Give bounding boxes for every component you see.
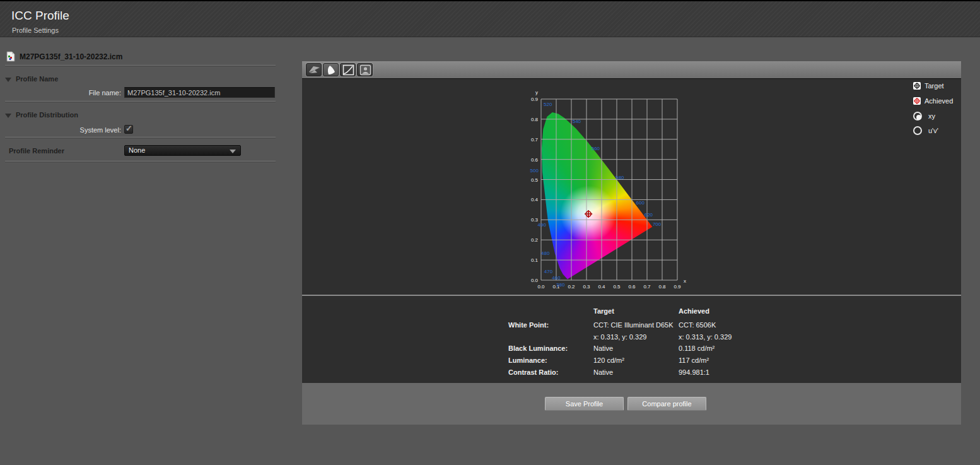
y-tick-label: 0.9 — [531, 97, 539, 102]
achieved-marker-icon — [913, 97, 921, 105]
x-tick-label: 0.7 — [643, 284, 651, 290]
y-tick-label: 0.6 — [531, 157, 539, 163]
calibration-results-table: TargetAchievedWhite Point:CCT: CIE Illum… — [302, 296, 961, 383]
x-tick-label: 0.3 — [583, 284, 590, 290]
section-title: Profile Distribution — [16, 111, 78, 119]
radio-xy-label: xy — [928, 112, 935, 120]
file-name-input[interactable] — [124, 87, 275, 98]
table-header-cell: Target — [593, 307, 614, 315]
dropdown-selected-value: None — [129, 146, 145, 154]
page-title: ICC Profile — [11, 9, 69, 23]
x-tick-label: 0.6 — [628, 284, 636, 290]
action-button-bar: Save Profile Compare profile — [302, 383, 961, 425]
separator — [5, 65, 276, 66]
x-axis-title: x — [684, 278, 686, 284]
system-level-checkbox[interactable]: ✓ — [124, 125, 133, 134]
wavelength-label-380: 380 — [556, 282, 565, 288]
table-cell: Luminance: — [508, 356, 547, 364]
chromaticity-chart: 0.00.10.20.30.40.50.60.70.80.90.00.10.20… — [302, 78, 961, 295]
radio-dot — [916, 115, 921, 120]
save-profile-button[interactable]: Save Profile — [545, 397, 624, 411]
table-cell: 0.118 cd/m² — [679, 344, 715, 352]
view-toolbar — [302, 61, 961, 78]
table-cell: CCT: CIE Illuminant D65K — [593, 321, 674, 329]
app-window: ICC Profile Profile Settings M27PG135f_3… — [0, 0, 980, 465]
wavelength-label-470: 470 — [544, 269, 553, 274]
legend-target-label: Target — [925, 82, 944, 90]
page-subtitle: Profile Settings — [12, 26, 59, 34]
system-level-label: System level: — [45, 126, 121, 134]
y-tick-label: 0.3 — [531, 217, 539, 223]
page-header: ICC Profile Profile Settings — [0, 1, 980, 37]
tone-curve-view-button[interactable] — [340, 63, 356, 76]
table-cell: Native — [593, 344, 613, 352]
wavelength-label-490: 490 — [538, 222, 547, 228]
y-tick-label: 0.5 — [531, 177, 539, 183]
image-preview-view-button[interactable] — [357, 63, 373, 76]
table-cell: 117 cd/m² — [679, 356, 709, 364]
wavelength-label-700: 700 — [653, 221, 662, 227]
profile-reminder-label: Profile Reminder — [9, 147, 64, 155]
section-title: Profile Name — [16, 75, 58, 83]
section-header-profile-distribution[interactable]: Profile Distribution — [5, 111, 78, 119]
table-cell: Black Luminance: — [508, 344, 568, 352]
icc-profile-file-icon — [6, 51, 15, 62]
target-marker-icon — [913, 82, 921, 90]
collapse-triangle-icon — [5, 114, 11, 118]
x-tick-label: 0.0 — [537, 284, 545, 290]
wavelength-label-540: 540 — [573, 119, 581, 124]
wavelength-label-460: 460 — [552, 275, 561, 281]
y-tick-label: 0.8 — [531, 117, 539, 122]
separator — [5, 101, 276, 102]
y-tick-label: 0.2 — [531, 237, 539, 243]
checkmark-icon: ✓ — [125, 124, 132, 133]
table-cell: x: 0.313, y: 0.329 — [679, 333, 732, 341]
wavelength-label-580: 580 — [615, 175, 624, 180]
y-tick-label: 0.4 — [531, 197, 539, 203]
chevron-down-icon — [230, 150, 236, 153]
profile-reminder-dropdown[interactable]: None — [124, 145, 241, 156]
collapse-triangle-icon — [5, 78, 11, 82]
separator — [5, 161, 276, 162]
table-cell: 994.981:1 — [679, 368, 709, 376]
y-axis-title: y — [535, 90, 538, 95]
legend-achieved-label: Achieved — [925, 97, 953, 105]
x-tick-label: 0.2 — [568, 284, 575, 290]
compare-profile-button[interactable]: Compare profile — [627, 397, 706, 411]
wavelength-label-620: 620 — [645, 212, 653, 218]
table-cell: Native — [593, 368, 613, 376]
chromaticity-view-button[interactable] — [323, 63, 339, 76]
radio-ring — [913, 126, 922, 135]
table-cell: x: 0.313, y: 0.329 — [593, 333, 646, 341]
table-cell: 120 cd/m² — [593, 356, 624, 364]
table-cell: Contrast Ratio: — [508, 368, 558, 376]
wavelength-label-520: 520 — [544, 102, 552, 107]
radio-uv-label: u'v' — [928, 127, 938, 134]
profile-file-name-heading: M27PG135f_31-10-20232.icm — [20, 52, 122, 61]
table-cell: White Point: — [508, 321, 549, 329]
wavelength-label-600: 600 — [636, 200, 645, 206]
y-tick-label: 0.7 — [531, 137, 539, 143]
x-tick-label: 0.9 — [674, 284, 681, 290]
separator — [5, 137, 276, 138]
section-header-profile-name[interactable]: Profile Name — [5, 75, 58, 83]
x-tick-label: 0.5 — [613, 284, 621, 290]
y-tick-label: 0.0 — [531, 278, 539, 283]
x-tick-label: 0.1 — [552, 284, 560, 290]
chart-axes-layer: 0.00.10.20.30.40.50.60.70.80.90.00.10.20… — [302, 79, 961, 295]
x-tick-label: 0.4 — [598, 284, 605, 290]
x-tick-label: 0.8 — [658, 284, 666, 290]
y-tick-label: 0.1 — [531, 257, 539, 263]
file-name-label: File name: — [45, 89, 121, 97]
wavelength-label-480: 480 — [541, 250, 550, 256]
wavelength-label-500: 500 — [530, 168, 539, 174]
table-header-cell: Achieved — [679, 307, 709, 315]
table-cell: CCT: 6506K — [679, 321, 716, 329]
cie-horseshoe-gamut — [541, 99, 677, 280]
gamut-3d-view-button[interactable] — [306, 63, 322, 76]
